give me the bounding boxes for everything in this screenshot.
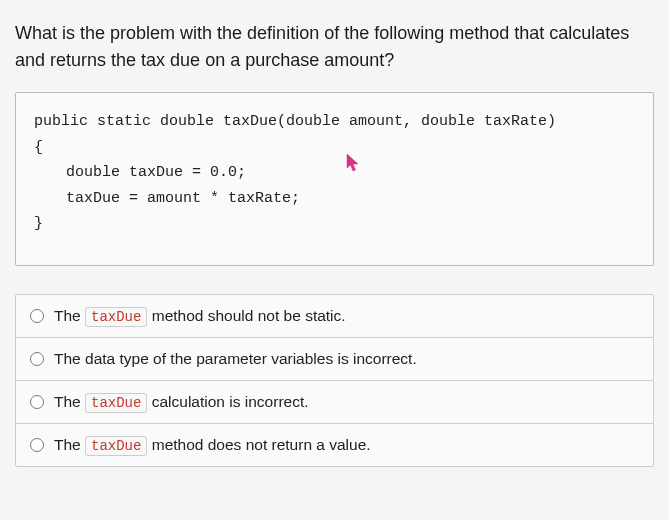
code-line-3: double taxDue = 0.0; (34, 160, 635, 186)
question-text: What is the problem with the definition … (15, 20, 654, 74)
option-3[interactable]: The taxDue calculation is incorrect. (16, 381, 653, 424)
code-line-2: { (34, 135, 635, 161)
code-line-1: public static double taxDue(double amoun… (34, 109, 635, 135)
option-4[interactable]: The taxDue method does not return a valu… (16, 424, 653, 466)
radio-icon (30, 395, 44, 409)
radio-icon (30, 352, 44, 366)
code-line-5: } (34, 211, 635, 237)
code-inline: taxDue (85, 307, 147, 327)
options-container: The taxDue method should not be static. … (15, 294, 654, 467)
option-label: The taxDue method does not return a valu… (54, 436, 371, 454)
code-line-4: taxDue = amount * taxRate; (34, 186, 635, 212)
option-label: The taxDue method should not be static. (54, 307, 346, 325)
code-block: public static double taxDue(double amoun… (15, 92, 654, 266)
code-inline: taxDue (85, 393, 147, 413)
radio-icon (30, 438, 44, 452)
radio-icon (30, 309, 44, 323)
option-label: The taxDue calculation is incorrect. (54, 393, 309, 411)
option-1[interactable]: The taxDue method should not be static. (16, 295, 653, 338)
option-label: The data type of the parameter variables… (54, 350, 417, 368)
option-2[interactable]: The data type of the parameter variables… (16, 338, 653, 381)
code-inline: taxDue (85, 436, 147, 456)
